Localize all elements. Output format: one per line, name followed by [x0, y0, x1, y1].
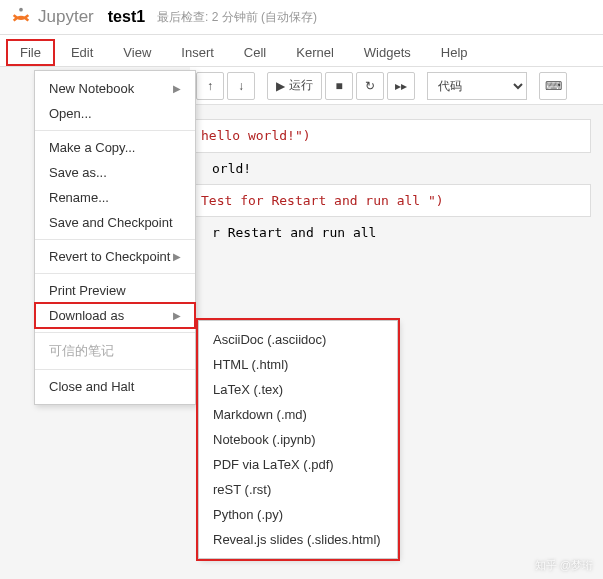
svg-point-0	[19, 8, 23, 12]
menu-separator	[35, 369, 195, 370]
download-notebook[interactable]: Notebook (.ipynb)	[199, 427, 397, 452]
watermark: 知乎 @梦珩	[535, 558, 593, 573]
jupyter-logo-icon	[10, 6, 32, 28]
move-up-button[interactable]: ↑	[196, 72, 224, 100]
brand-name: Jupyter	[38, 7, 94, 27]
menu-separator	[35, 273, 195, 274]
menu-separator	[35, 332, 195, 333]
arrow-up-icon: ↑	[207, 79, 213, 93]
move-down-button[interactable]: ↓	[227, 72, 255, 100]
file-dropdown-menu: New Notebook▶ Open... Make a Copy... Sav…	[34, 70, 196, 405]
run-label: 运行	[289, 77, 313, 94]
download-revealjs[interactable]: Reveal.js slides (.slides.html)	[199, 527, 397, 552]
chevron-right-icon: ▶	[173, 83, 181, 94]
menu-cell[interactable]: Cell	[230, 39, 280, 66]
restart-run-all-button[interactable]: ▸▸	[387, 72, 415, 100]
menu-widgets[interactable]: Widgets	[350, 39, 425, 66]
cell-output: orld!	[190, 157, 603, 180]
checkpoint-status: 最后检查: 2 分钟前 (自动保存)	[157, 9, 317, 26]
menu-print-preview[interactable]: Print Preview	[35, 278, 195, 303]
menu-save-as[interactable]: Save as...	[35, 160, 195, 185]
restart-icon: ↻	[365, 79, 375, 93]
run-button[interactable]: ▶ 运行	[267, 72, 322, 100]
menu-kernel[interactable]: Kernel	[282, 39, 348, 66]
chevron-right-icon: ▶	[173, 310, 181, 321]
code-text: Test for Restart and run all ")	[201, 193, 444, 208]
menu-file[interactable]: File	[6, 39, 55, 66]
menu-save-checkpoint[interactable]: Save and Checkpoint	[35, 210, 195, 235]
menu-rename[interactable]: Rename...	[35, 185, 195, 210]
menu-insert[interactable]: Insert	[167, 39, 228, 66]
download-asciidoc[interactable]: AsciiDoc (.asciidoc)	[199, 327, 397, 352]
interrupt-button[interactable]: ■	[325, 72, 353, 100]
menu-make-copy[interactable]: Make a Copy...	[35, 135, 195, 160]
restart-button[interactable]: ↻	[356, 72, 384, 100]
menubar: File Edit View Insert Cell Kernel Widget…	[0, 35, 603, 67]
code-text: hello world!")	[201, 128, 311, 143]
menu-new-notebook[interactable]: New Notebook▶	[35, 76, 195, 101]
download-markdown[interactable]: Markdown (.md)	[199, 402, 397, 427]
menu-view[interactable]: View	[109, 39, 165, 66]
cell-output: r Restart and run all	[190, 221, 603, 244]
download-python[interactable]: Python (.py)	[199, 502, 397, 527]
download-latex[interactable]: LaTeX (.tex)	[199, 377, 397, 402]
menu-trusted-notebook: 可信的笔记	[35, 337, 195, 365]
download-html[interactable]: HTML (.html)	[199, 352, 397, 377]
download-pdf[interactable]: PDF via LaTeX (.pdf)	[199, 452, 397, 477]
fast-forward-icon: ▸▸	[395, 79, 407, 93]
arrow-down-icon: ↓	[238, 79, 244, 93]
download-as-submenu: AsciiDoc (.asciidoc) HTML (.html) LaTeX …	[198, 320, 398, 559]
download-rest[interactable]: reST (.rst)	[199, 477, 397, 502]
menu-separator	[35, 239, 195, 240]
code-cell[interactable]: hello world!")	[190, 119, 591, 153]
chevron-right-icon: ▶	[173, 251, 181, 262]
menu-download-as[interactable]: Download as▶	[35, 303, 195, 328]
menu-help[interactable]: Help	[427, 39, 482, 66]
menu-open[interactable]: Open...	[35, 101, 195, 126]
notebook-title[interactable]: test1	[108, 8, 145, 26]
stop-icon: ■	[335, 79, 342, 93]
menu-revert-checkpoint[interactable]: Revert to Checkpoint▶	[35, 244, 195, 269]
code-cell[interactable]: Test for Restart and run all ")	[190, 184, 591, 218]
keyboard-icon: ⌨	[545, 79, 562, 93]
command-palette-button[interactable]: ⌨	[539, 72, 567, 100]
menu-edit[interactable]: Edit	[57, 39, 107, 66]
header-bar: Jupyter test1 最后检查: 2 分钟前 (自动保存)	[0, 0, 603, 35]
menu-close-halt[interactable]: Close and Halt	[35, 374, 195, 399]
run-icon: ▶	[276, 79, 285, 93]
toolbar: ↑ ↓ ▶ 运行 ■ ↻ ▸▸ 代码 ⌨	[190, 67, 603, 105]
menu-separator	[35, 130, 195, 131]
cell-type-select[interactable]: 代码	[427, 72, 527, 100]
